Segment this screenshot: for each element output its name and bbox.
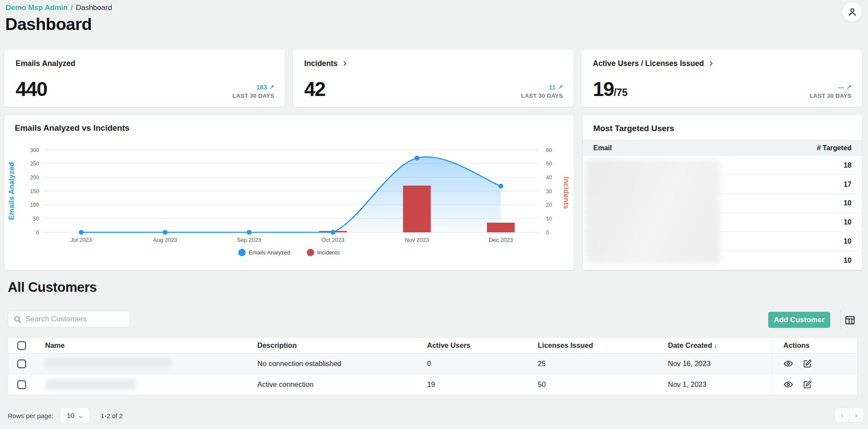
col-active-users[interactable]: Active Users [427, 338, 538, 353]
svg-text:100: 100 [30, 202, 39, 208]
chevron-right-icon [708, 60, 714, 67]
svg-text:60: 60 [546, 147, 552, 153]
edit-icon [803, 359, 812, 368]
svg-text:30: 30 [546, 188, 552, 195]
stat-value-suffix: /75 [614, 87, 628, 98]
search-icon [13, 315, 22, 323]
stat-card-licenses-link[interactable]: Active Users / Licenses Issued [593, 59, 714, 68]
svg-text:Incidents: Incidents [562, 177, 570, 209]
stat-label: Emails Analyzed [16, 59, 75, 68]
legend-dot-blue [238, 249, 246, 256]
sort-desc-icon: ↓ [714, 342, 717, 349]
stat-card-incidents-link[interactable]: Incidents [304, 59, 348, 68]
edit-button[interactable] [803, 359, 812, 368]
breadcrumb-root-link[interactable]: Demo Msp Admin [6, 3, 68, 12]
stat-value: 440 [16, 77, 47, 101]
column-settings-button[interactable] [843, 313, 857, 327]
svg-text:250: 250 [30, 161, 39, 167]
row-checkbox[interactable] [17, 380, 26, 389]
rows-per-page-select[interactable]: 10 ⌄ [60, 408, 89, 423]
toolbar-divider [840, 310, 841, 329]
chevron-right-icon: › [855, 410, 858, 420]
chevron-left-icon: ‹ [841, 410, 843, 420]
row-checkbox[interactable] [17, 360, 26, 368]
customers-table: Name Description Active Users Licenses I… [8, 337, 858, 395]
pagination-range: 1-2 of 2 [101, 412, 123, 419]
svg-text:0: 0 [36, 230, 39, 236]
stat-label: Incidents [304, 59, 338, 68]
chevron-down-icon: ⌄ [77, 412, 84, 419]
emails-vs-incidents-chart-card: Emails Analyzed vs Incidents 00501010020… [4, 115, 574, 270]
breadcrumb-separator: / [71, 3, 73, 12]
stat-value: 42 [304, 77, 325, 101]
stat-period: LAST 30 DAYS [810, 92, 852, 99]
stat-card-emails-analyzed: Emails Analyzed 440 183 ↗ LAST 30 DAYS [4, 50, 285, 107]
col-targeted: # Targeted [817, 144, 852, 152]
col-email: Email [593, 144, 612, 152]
stat-card-emails-label-row: Emails Analyzed [16, 59, 75, 68]
previous-page-button[interactable]: ‹ [835, 407, 849, 422]
trend-up-icon: ↗ [846, 83, 852, 91]
table-row: No connection established 0 25 Nov 16, 2… [8, 353, 857, 374]
col-licenses-issued[interactable]: Licenses Issued [538, 338, 668, 353]
view-button[interactable] [783, 359, 793, 369]
trend-up-icon: ↗ [269, 83, 274, 91]
redacted-emails-blur [585, 159, 720, 264]
svg-text:50: 50 [33, 216, 39, 222]
stat-trend: --- ↗ [810, 83, 852, 91]
stat-trend: 11 ↗ [521, 83, 563, 91]
stat-card-active-users-licenses: Active Users / Licenses Issued 19/75 ---… [582, 50, 862, 107]
chart-legend: Emails Analyzed Incidents [4, 249, 574, 256]
stat-period: LAST 30 DAYS [233, 92, 274, 99]
user-icon [847, 7, 858, 18]
svg-text:300: 300 [30, 147, 39, 153]
most-targeted-rows: 18 17 10 10 10 10 [583, 156, 862, 270]
svg-text:150: 150 [30, 188, 39, 195]
pager: ‹ › [835, 407, 864, 422]
all-customers-title: All Customers [8, 280, 97, 295]
next-page-button[interactable]: › [849, 407, 864, 422]
breadcrumb: Demo Msp Admin / Dashboard [6, 3, 112, 12]
cell-licenses-issued: 50 [538, 374, 668, 395]
chevron-right-icon [342, 60, 348, 67]
cell-description: No connection established [257, 353, 427, 374]
add-customer-button[interactable]: Add Customer [768, 312, 830, 328]
search-input[interactable] [26, 315, 125, 323]
svg-text:50: 50 [546, 161, 552, 167]
cell-active-users: 0 [427, 353, 538, 374]
cell-date-created: Nov 16, 2023 [668, 353, 772, 374]
edit-button[interactable] [803, 380, 812, 389]
col-description[interactable]: Description [257, 338, 427, 353]
page-title: Dashboard [5, 15, 92, 34]
col-date-created[interactable]: Date Created↓ [668, 338, 772, 353]
chart-title: Emails Analyzed vs Incidents [4, 115, 574, 133]
customers-search [8, 311, 130, 327]
legend-dot-red [307, 249, 314, 256]
view-button[interactable] [783, 380, 793, 389]
svg-text:20: 20 [546, 202, 552, 208]
cell-licenses-issued: 25 [538, 353, 668, 374]
redacted-name-blur [45, 379, 136, 390]
breadcrumb-current: Dashboard [76, 3, 112, 12]
user-menu-button[interactable] [842, 2, 862, 22]
most-targeted-users-card: Most Targeted Users Email # Targeted 18 … [583, 115, 862, 270]
table-row: Active connection 19 50 Nov 1, 2023 [8, 374, 857, 395]
col-actions: Actions [772, 338, 857, 353]
svg-text:0: 0 [546, 230, 549, 236]
svg-text:Nov 2023: Nov 2023 [405, 237, 429, 243]
stat-card-incidents: Incidents 42 11 ↗ LAST 30 DAYS [293, 50, 573, 107]
svg-text:Jul 2023: Jul 2023 [70, 237, 92, 243]
eye-icon [783, 380, 793, 389]
legend-item-emails-analyzed[interactable]: Emails Analyzed [238, 249, 290, 256]
legend-item-incidents[interactable]: Incidents [307, 249, 340, 256]
svg-text:Dec 2023: Dec 2023 [489, 237, 513, 243]
svg-text:40: 40 [546, 175, 552, 181]
col-name[interactable]: Name [37, 338, 257, 353]
table-footer: Rows per page: 10 ⌄ 1-2 of 2 [8, 407, 123, 424]
cell-active-users: 19 [427, 374, 538, 395]
table-columns-icon [844, 314, 856, 326]
select-all-checkbox[interactable] [17, 341, 26, 350]
combo-chart-svg: 0050101002015030200402505030060Jul 2023A… [4, 133, 574, 247]
redacted-name-blur [45, 358, 171, 369]
eye-icon [783, 359, 793, 369]
